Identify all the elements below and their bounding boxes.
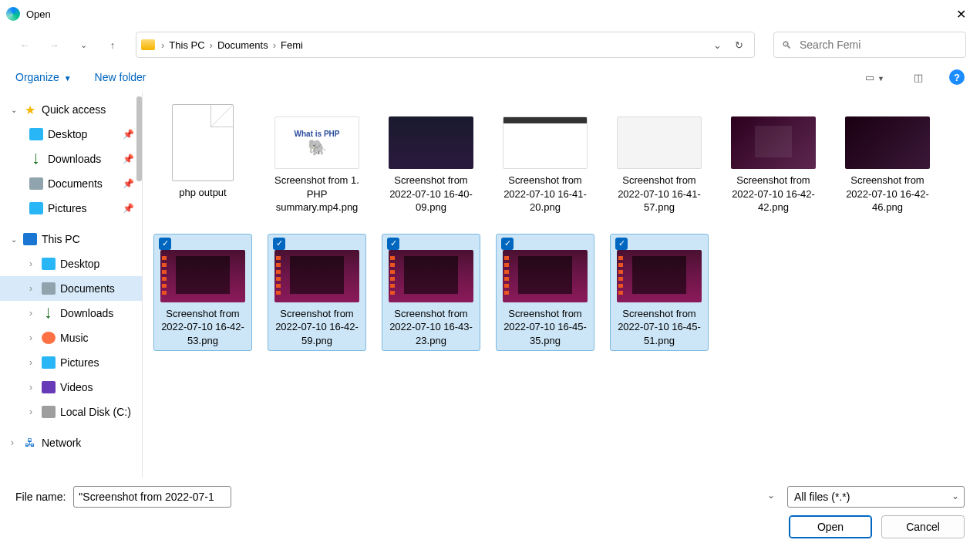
thumbnail: What is PHP🐘 (274, 116, 359, 169)
chevron-right-icon[interactable]: › (29, 357, 37, 368)
thumbnail (845, 116, 930, 169)
chevron-down-icon[interactable]: ⌄ (767, 490, 775, 501)
open-button[interactable]: Open (789, 515, 872, 538)
recent-chevron-icon[interactable]: ⌄ (72, 34, 94, 56)
sidebar-network[interactable]: › 🖧 Network (0, 430, 142, 455)
edge-icon (6, 7, 20, 21)
filename-label: File name: (15, 491, 66, 503)
preview-pane-icon[interactable]: ◫ (911, 69, 926, 86)
view-mode-icon[interactable]: ▭ ▼ (862, 69, 887, 86)
filename-input[interactable] (73, 486, 231, 508)
breadcrumb[interactable]: › This PC › Documents › Femi ⌄ ↻ (136, 32, 755, 58)
music-icon (42, 332, 56, 344)
file-tile[interactable]: ✓Screenshot from 2022-07-10 16-42-59.png (268, 234, 366, 352)
file-tile[interactable]: php output (153, 100, 252, 218)
download-icon: ⭣ (42, 307, 56, 319)
file-name: Screenshot from 2022-07-10 16-42-42.png (728, 174, 819, 214)
file-name: Screenshot from 2022-07-10 16-42-59.png (271, 307, 362, 348)
file-tile[interactable]: Screenshot from 2022-07-10 16-41-20.png (496, 100, 594, 218)
thumbnail (617, 250, 702, 302)
checkmark-icon: ✓ (273, 238, 285, 250)
file-tile[interactable]: Screenshot from 2022-07-10 16-42-46.png (838, 100, 937, 218)
breadcrumb-item[interactable]: Documents (214, 39, 271, 51)
help-icon[interactable]: ? (949, 69, 965, 85)
file-tile[interactable]: What is PHP🐘Screenshot from 1. PHP summa… (268, 100, 366, 218)
search-input[interactable] (800, 39, 958, 51)
checkmark-icon: ✓ (159, 238, 171, 250)
titlebar: Open ✕ (0, 0, 980, 28)
new-folder-button[interactable]: New folder (95, 71, 146, 83)
forward-button[interactable]: → (43, 34, 65, 56)
star-icon: ★ (23, 103, 37, 116)
up-button[interactable]: ↑ (102, 34, 123, 56)
chevron-right-icon[interactable]: › (29, 382, 37, 393)
sidebar-quick-access[interactable]: ⌄ ★ Quick access (0, 97, 142, 122)
checkmark-icon: ✓ (501, 238, 514, 250)
file-tile[interactable]: ✓Screenshot from 2022-07-10 16-42-53.png (153, 234, 252, 352)
organize-menu[interactable]: Organize ▼ (15, 71, 72, 83)
search-box[interactable]: 🔍︎ (773, 32, 966, 58)
disk-icon (42, 406, 56, 418)
thumbnail (503, 250, 588, 302)
sidebar-item-desktop[interactable]: ›Desktop (0, 251, 142, 276)
file-name: php output (179, 186, 226, 200)
file-name: Screenshot from 2022-07-10 16-40-09.png (386, 174, 477, 214)
pin-icon: 📌 (123, 203, 134, 214)
download-icon: ⭣ (29, 153, 43, 165)
chevron-down-icon[interactable]: ⌄ (11, 106, 19, 114)
search-icon: 🔍︎ (782, 39, 792, 51)
checkmark-icon: ✓ (615, 238, 628, 250)
chevron-right-icon[interactable]: › (29, 332, 37, 343)
breadcrumb-item[interactable]: Femi (278, 39, 306, 51)
file-tile[interactable]: Screenshot from 2022-07-10 16-42-42.png (724, 100, 823, 218)
sidebar-item-downloads[interactable]: ⭣Downloads📌 (0, 147, 142, 171)
sidebar-item-videos[interactable]: ›Videos (0, 375, 142, 400)
sidebar-item-documents[interactable]: Documents📌 (0, 171, 142, 196)
file-name: Screenshot from 2022-07-10 16-41-20.png (500, 174, 591, 214)
chevron-right-icon[interactable]: › (29, 258, 37, 269)
sidebar-item-music[interactable]: ›Music (0, 326, 142, 350)
file-type-filter[interactable]: All files (*.*) ⌄ (787, 486, 965, 508)
sidebar-item-downloads[interactable]: ›⭣Downloads (0, 301, 142, 326)
sidebar-item-pictures[interactable]: ›Pictures (0, 350, 142, 375)
back-button[interactable]: ← (14, 34, 35, 56)
file-tile[interactable]: ✓Screenshot from 2022-07-10 16-45-51.png (610, 234, 709, 352)
pin-icon: 📌 (123, 178, 134, 189)
chevron-down-icon[interactable]: ⌄ (11, 235, 19, 244)
sidebar-item-pictures[interactable]: Pictures📌 (0, 196, 142, 221)
file-name: Screenshot from 2022-07-10 16-45-51.png (614, 307, 705, 348)
folder-icon (141, 39, 155, 50)
breadcrumb-item[interactable]: This PC (166, 39, 207, 51)
desktop-icon (29, 128, 43, 140)
file-name: Screenshot from 1. PHP summary.mp4.png (271, 174, 362, 214)
file-tile[interactable]: ✓Screenshot from 2022-07-10 16-45-35.png (496, 234, 594, 352)
file-pane[interactable]: php outputWhat is PHP🐘Screenshot from 1.… (143, 93, 980, 478)
thumbnail (172, 104, 234, 181)
file-tile[interactable]: Screenshot from 2022-07-10 16-40-09.png (382, 100, 480, 218)
pic-icon (29, 202, 43, 214)
sidebar-item-documents[interactable]: ›Documents (0, 276, 142, 301)
chevron-down-icon[interactable]: ⌄ (706, 39, 728, 51)
close-icon[interactable]: ✕ (948, 4, 974, 25)
pic-icon (42, 356, 56, 369)
chevron-right-icon[interactable]: › (29, 407, 37, 417)
chevron-down-icon[interactable]: ⌄ (951, 491, 959, 501)
file-tile[interactable]: Screenshot from 2022-07-10 16-41-57.png (610, 100, 709, 218)
pc-icon (23, 233, 37, 245)
network-icon: 🖧 (23, 437, 37, 449)
chevron-right-icon: › (208, 39, 214, 51)
refresh-icon[interactable]: ↻ (728, 39, 749, 51)
doc-icon (42, 282, 56, 295)
file-name: Screenshot from 2022-07-10 16-43-23.png (386, 307, 477, 348)
chevron-right-icon[interactable]: › (11, 437, 19, 448)
chevron-right-icon[interactable]: › (29, 283, 37, 294)
file-tile[interactable]: ✓Screenshot from 2022-07-10 16-43-23.png (382, 234, 480, 352)
sidebar-item-desktop[interactable]: Desktop📌 (0, 122, 142, 147)
file-name: Screenshot from 2022-07-10 16-41-57.png (614, 174, 705, 214)
sidebar-this-pc[interactable]: ⌄ This PC (0, 227, 142, 251)
cancel-button[interactable]: Cancel (881, 515, 965, 538)
thumbnail (160, 250, 245, 302)
sidebar-item-local-disk-c-[interactable]: ›Local Disk (C:) (0, 400, 142, 424)
main: ⌄ ★ Quick access Desktop📌⭣Downloads📌Docu… (0, 93, 980, 478)
chevron-right-icon[interactable]: › (29, 308, 37, 319)
